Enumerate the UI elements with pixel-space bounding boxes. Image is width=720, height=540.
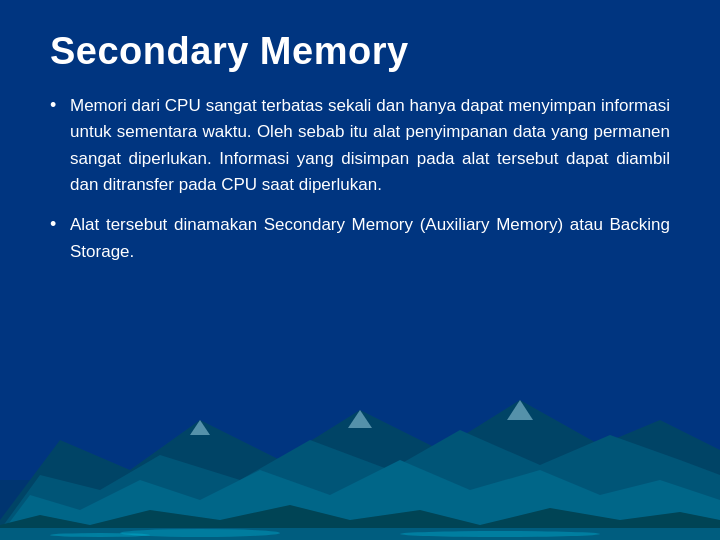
slide-title: Secondary Memory bbox=[50, 30, 670, 73]
mountain-landscape bbox=[0, 380, 720, 540]
svg-point-8 bbox=[50, 533, 150, 537]
title-area: Secondary Memory bbox=[0, 0, 720, 83]
bullet-item-2: • Alat tersebut dinamakan Secondary Memo… bbox=[50, 212, 670, 265]
bullet-dot-2: • bbox=[50, 214, 70, 235]
bullet-text-1: Memori dari CPU sangat terbatas sekali d… bbox=[70, 93, 670, 198]
svg-point-7 bbox=[400, 531, 600, 537]
bullet-text-2: Alat tersebut dinamakan Secondary Memory… bbox=[70, 212, 670, 265]
bullet-item-1: • Memori dari CPU sangat terbatas sekali… bbox=[50, 93, 670, 198]
mountain-svg bbox=[0, 380, 720, 540]
bullet-dot-1: • bbox=[50, 95, 70, 116]
content-area: • Memori dari CPU sangat terbatas sekali… bbox=[0, 83, 720, 289]
slide: Secondary Memory • Memori dari CPU sanga… bbox=[0, 0, 720, 540]
